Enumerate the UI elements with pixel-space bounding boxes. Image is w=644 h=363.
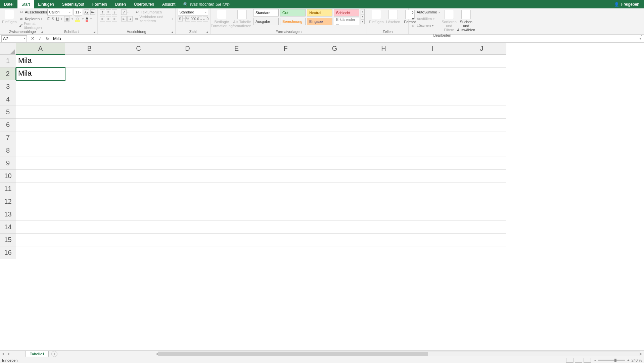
row-header-14[interactable]: 14 bbox=[0, 221, 16, 234]
cell-D14[interactable] bbox=[163, 221, 212, 234]
cell-A4[interactable] bbox=[16, 93, 65, 106]
column-header-F[interactable]: F bbox=[261, 43, 310, 55]
cell-F6[interactable] bbox=[261, 119, 310, 131]
cell-J14[interactable] bbox=[457, 221, 506, 234]
cell-A2[interactable]: Mila bbox=[16, 68, 65, 80]
cell-E15[interactable] bbox=[212, 234, 261, 246]
cell-H12[interactable] bbox=[359, 195, 408, 208]
tab-insert[interactable]: Einfügen bbox=[34, 0, 58, 8]
cell-A1[interactable]: Mila bbox=[16, 55, 65, 68]
zoom-in-button[interactable]: + bbox=[627, 358, 629, 362]
cell-G10[interactable] bbox=[310, 170, 359, 183]
percent-format-button[interactable]: % bbox=[185, 16, 190, 22]
column-header-H[interactable]: H bbox=[359, 43, 408, 55]
orientation-button[interactable]: ⤢ bbox=[121, 9, 127, 15]
row-header-3[interactable]: 3 bbox=[0, 80, 16, 93]
styles-more[interactable]: ▾ bbox=[361, 19, 365, 24]
row-header-7[interactable]: 7 bbox=[0, 131, 16, 144]
cell-B12[interactable] bbox=[65, 195, 114, 208]
delete-cells-button[interactable]: Löschen bbox=[386, 9, 401, 25]
decrease-font-button[interactable]: A▾ bbox=[90, 9, 95, 15]
column-header-J[interactable]: J bbox=[457, 43, 506, 55]
cell-J13[interactable] bbox=[457, 208, 506, 221]
style-erklaerender[interactable]: Erklärender ... bbox=[334, 18, 359, 25]
row-header-5[interactable]: 5 bbox=[0, 106, 16, 119]
cell-J1[interactable] bbox=[457, 55, 506, 68]
cell-F14[interactable] bbox=[261, 221, 310, 234]
cell-G12[interactable] bbox=[310, 195, 359, 208]
cell-H2[interactable] bbox=[359, 68, 408, 80]
cell-A9[interactable] bbox=[16, 157, 65, 170]
cell-I12[interactable] bbox=[408, 195, 457, 208]
style-ausgabe[interactable]: Ausgabe bbox=[253, 18, 279, 25]
align-top-button[interactable]: ⇡ bbox=[100, 9, 105, 15]
cell-G1[interactable] bbox=[310, 55, 359, 68]
cell-I11[interactable] bbox=[408, 183, 457, 195]
cell-D8[interactable] bbox=[163, 144, 212, 157]
cell-F7[interactable] bbox=[261, 131, 310, 144]
cell-H15[interactable] bbox=[359, 234, 408, 246]
add-sheet-button[interactable]: + bbox=[51, 351, 57, 357]
row-header-12[interactable]: 12 bbox=[0, 195, 16, 208]
cell-H14[interactable] bbox=[359, 221, 408, 234]
cell-G8[interactable] bbox=[310, 144, 359, 157]
style-berechnung[interactable]: Berechnung bbox=[280, 18, 306, 25]
cell-C14[interactable] bbox=[114, 221, 163, 234]
cell-E11[interactable] bbox=[212, 183, 261, 195]
autosum-button[interactable]: ∑AutoSumme▾ bbox=[411, 9, 440, 15]
cell-E9[interactable] bbox=[212, 157, 261, 170]
cell-A6[interactable] bbox=[16, 119, 65, 131]
cancel-edit-button[interactable]: ✕ bbox=[29, 35, 36, 42]
confirm-edit-button[interactable]: ✓ bbox=[36, 35, 44, 42]
cell-E4[interactable] bbox=[212, 93, 261, 106]
fill-color-button[interactable]: ◇ bbox=[75, 16, 80, 22]
cell-I10[interactable] bbox=[408, 170, 457, 183]
cell-H11[interactable] bbox=[359, 183, 408, 195]
tab-file[interactable]: Datei bbox=[0, 0, 17, 8]
italic-button[interactable]: K bbox=[52, 17, 54, 21]
share-button[interactable]: 👤 Freigeben bbox=[609, 0, 644, 8]
increase-decimal-button[interactable]: .0→ bbox=[197, 16, 202, 22]
cell-C10[interactable] bbox=[114, 170, 163, 183]
cell-E7[interactable] bbox=[212, 131, 261, 144]
column-header-B[interactable]: B bbox=[65, 43, 114, 55]
cell-F9[interactable] bbox=[261, 157, 310, 170]
zoom-slider-thumb[interactable] bbox=[614, 359, 616, 362]
cell-C11[interactable] bbox=[114, 183, 163, 195]
cell-G15[interactable] bbox=[310, 234, 359, 246]
cell-A7[interactable] bbox=[16, 131, 65, 144]
clear-button[interactable]: ◇Löschen▾ bbox=[411, 23, 440, 29]
hscroll-thumb[interactable] bbox=[158, 352, 428, 356]
cell-F15[interactable] bbox=[261, 234, 310, 246]
cell-G11[interactable] bbox=[310, 183, 359, 195]
cell-B2[interactable] bbox=[65, 68, 114, 80]
row-header-8[interactable]: 8 bbox=[0, 144, 16, 157]
decrease-decimal-button[interactable]: ←.0 bbox=[203, 16, 208, 22]
alignment-launcher[interactable]: ◢ bbox=[171, 30, 173, 34]
cell-B13[interactable] bbox=[65, 208, 114, 221]
cell-F13[interactable] bbox=[261, 208, 310, 221]
align-left-button[interactable]: ≡ bbox=[100, 16, 105, 22]
column-header-A[interactable]: A bbox=[16, 43, 65, 55]
cell-D10[interactable] bbox=[163, 170, 212, 183]
borders-button[interactable]: ▦ bbox=[64, 16, 70, 22]
align-right-button[interactable]: ≡ bbox=[112, 16, 117, 22]
cell-I5[interactable] bbox=[408, 106, 457, 119]
cell-J9[interactable] bbox=[457, 157, 506, 170]
cell-B4[interactable] bbox=[65, 93, 114, 106]
cell-J3[interactable] bbox=[457, 80, 506, 93]
number-format-combo[interactable]: Standard▾ bbox=[178, 9, 208, 15]
tab-review[interactable]: Überprüfen bbox=[130, 0, 158, 8]
cell-B14[interactable] bbox=[65, 221, 114, 234]
cell-F12[interactable] bbox=[261, 195, 310, 208]
cell-I15[interactable] bbox=[408, 234, 457, 246]
cut-button[interactable]: ✂Ausschneiden bbox=[19, 9, 48, 15]
cell-H13[interactable] bbox=[359, 208, 408, 221]
column-header-G[interactable]: G bbox=[310, 43, 359, 55]
cell-B15[interactable] bbox=[65, 234, 114, 246]
cell-C7[interactable] bbox=[114, 131, 163, 144]
cell-D4[interactable] bbox=[163, 93, 212, 106]
cell-E10[interactable] bbox=[212, 170, 261, 183]
cell-E2[interactable] bbox=[212, 68, 261, 80]
cell-J16[interactable] bbox=[457, 246, 506, 259]
